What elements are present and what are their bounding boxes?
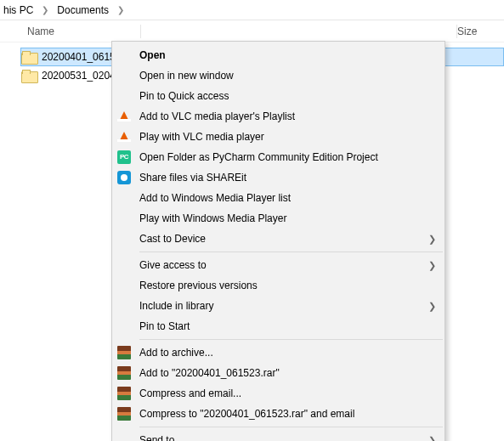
menu-open[interactable]: Open	[112, 45, 445, 65]
chevron-right-icon: ❯	[428, 301, 436, 312]
breadcrumb-seg-pc[interactable]: his PC	[0, 4, 37, 16]
menu-pin-quick-access[interactable]: Pin to Quick access	[112, 86, 445, 106]
menu-separator	[139, 339, 443, 340]
menu-winrar-add-named[interactable]: Add to "20200401_061523.rar"	[112, 363, 445, 383]
breadcrumb[interactable]: his PC ❯ Documents ❯	[0, 0, 504, 20]
menu-open-new-window[interactable]: Open in new window	[112, 65, 445, 86]
chevron-right-icon: ❯	[112, 5, 129, 14]
column-header-row: Name Size	[0, 20, 504, 42]
vlc-icon	[117, 110, 131, 123]
file-list: 20200401_06152 20200531_02044 Open Open …	[0, 42, 504, 85]
file-name: 20200531_02044	[42, 70, 121, 82]
column-divider	[140, 25, 141, 38]
context-menu: Open Open in new window Pin to Quick acc…	[111, 41, 445, 441]
menu-wmp-add[interactable]: Add to Windows Media Player list	[112, 188, 445, 208]
chevron-right-icon: ❯	[428, 435, 436, 442]
menu-separator	[139, 427, 443, 427]
menu-wmp-play[interactable]: Play with Windows Media Player	[112, 208, 445, 229]
winrar-icon	[117, 387, 131, 400]
column-header-name[interactable]: Name	[0, 25, 140, 37]
folder-icon	[21, 51, 37, 63]
menu-vlc-playlist[interactable]: Add to VLC media player's Playlist	[112, 106, 445, 127]
chevron-right-icon: ❯	[428, 260, 436, 271]
chevron-right-icon: ❯	[37, 5, 54, 14]
menu-vlc-play[interactable]: Play with VLC media player	[112, 127, 445, 147]
folder-icon	[21, 70, 37, 82]
menu-cast-to-device[interactable]: Cast to Device ❯	[112, 229, 445, 249]
menu-give-access[interactable]: Give access to ❯	[112, 255, 445, 275]
column-header-size[interactable]: Size	[457, 25, 504, 37]
winrar-icon	[117, 407, 131, 421]
menu-winrar-add-archive[interactable]: Add to archive...	[112, 342, 445, 363]
menu-winrar-compress-named-email[interactable]: Compress to "20200401_061523.rar" and em…	[112, 404, 445, 424]
menu-pycharm[interactable]: Open Folder as PyCharm Community Edition…	[112, 147, 445, 167]
menu-shareit[interactable]: Share files via SHAREit	[112, 167, 445, 188]
breadcrumb-seg-documents[interactable]: Documents	[54, 4, 112, 16]
menu-restore-previous[interactable]: Restore previous versions	[112, 275, 445, 296]
winrar-icon	[117, 346, 131, 359]
menu-separator	[139, 252, 443, 252]
menu-include-in-library[interactable]: Include in library ❯	[112, 296, 445, 316]
chevron-right-icon: ❯	[428, 234, 436, 245]
shareit-icon	[117, 171, 131, 184]
file-name: 20200401_06152	[42, 51, 121, 63]
menu-winrar-compress-email[interactable]: Compress and email...	[112, 383, 445, 404]
winrar-icon	[117, 366, 131, 380]
pycharm-icon	[117, 150, 131, 164]
vlc-icon	[117, 130, 131, 144]
menu-send-to[interactable]: Send to ❯	[112, 430, 445, 441]
menu-pin-to-start[interactable]: Pin to Start	[112, 316, 445, 336]
